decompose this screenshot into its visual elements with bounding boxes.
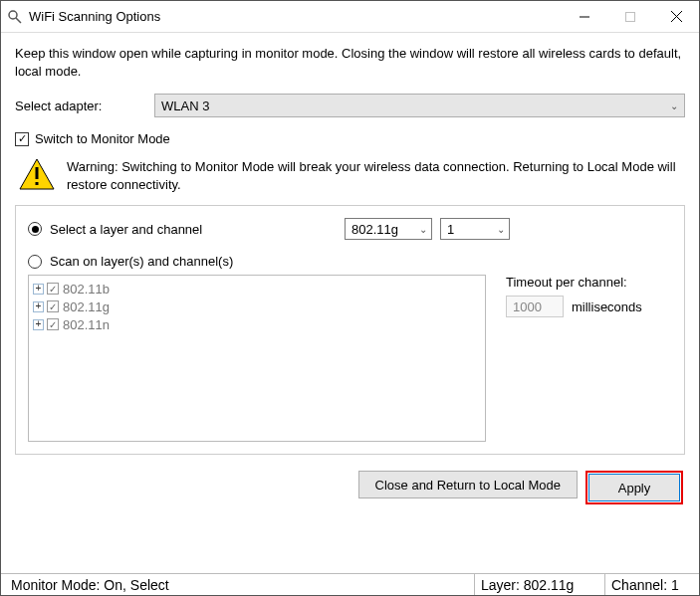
scan-config-row: + ✓ 802.11b + ✓ 802.11g + ✓ 802.11n [28, 275, 672, 442]
maximize-button [607, 1, 653, 33]
timeout-label: Timeout per channel: [506, 275, 642, 290]
radio-scan-label: Scan on layer(s) and channel(s) [50, 254, 233, 269]
radio-select-layer[interactable] [28, 222, 42, 236]
tree-checkbox[interactable]: ✓ [47, 300, 59, 312]
expand-icon[interactable]: + [33, 319, 44, 330]
monitor-mode-label: Switch to Monitor Mode [35, 131, 170, 146]
adapter-row: Select adapter: WLAN 3 ⌄ [15, 94, 685, 117]
timeout-block: Timeout per channel: 1000 milliseconds [506, 275, 642, 317]
titlebar: WiFi Scanning Options [1, 1, 699, 33]
layer-value: 802.11g [351, 222, 398, 237]
svg-rect-3 [626, 12, 635, 21]
timeout-unit: milliseconds [572, 299, 642, 314]
radio-select-label: Select a layer and channel [50, 222, 345, 237]
warning-text: Warning: Switching to Monitor Mode will … [67, 158, 685, 193]
wifi-scanning-window: WiFi Scanning Options Keep this window o… [0, 0, 700, 596]
status-channel: Channel: 1 [605, 574, 695, 595]
radio-select-row: Select a layer and channel 802.11g ⌄ 1 ⌄ [28, 218, 672, 240]
chevron-down-icon: ⌄ [419, 224, 427, 235]
options-panel: Select a layer and channel 802.11g ⌄ 1 ⌄… [15, 205, 685, 455]
channel-value: 1 [447, 222, 454, 237]
tree-item-label: 802.11n [63, 317, 110, 332]
chevron-down-icon: ⌄ [670, 100, 678, 111]
tree-item[interactable]: + ✓ 802.11n [33, 315, 481, 333]
svg-point-0 [9, 11, 17, 19]
adapter-label: Select adapter: [15, 99, 154, 113]
adapter-value: WLAN 3 [161, 99, 209, 113]
status-mode: Monitor Mode: On, Select [5, 574, 175, 595]
expand-icon[interactable]: + [33, 284, 44, 295]
radio-scan-layers[interactable] [28, 255, 42, 269]
svg-line-1 [16, 18, 21, 23]
chevron-down-icon: ⌄ [497, 224, 505, 235]
help-text: Keep this window open while capturing in… [15, 45, 685, 80]
tree-item-label: 802.11b [63, 282, 110, 297]
channel-select[interactable]: 1 ⌄ [440, 218, 510, 240]
warning-row: Warning: Switching to Monitor Mode will … [19, 158, 685, 193]
window-title: WiFi Scanning Options [29, 9, 160, 24]
monitor-mode-checkbox[interactable]: ✓ [15, 132, 29, 146]
svg-rect-8 [36, 182, 39, 185]
timeout-input: 1000 [506, 296, 564, 317]
tree-checkbox[interactable]: ✓ [47, 283, 59, 295]
content-area: Keep this window open while capturing in… [1, 33, 699, 573]
apply-button[interactable]: Apply [588, 474, 680, 501]
status-layer: Layer: 802.11g [475, 574, 604, 595]
tree-checkbox[interactable]: ✓ [47, 318, 59, 330]
button-row: Close and Return to Local Mode Apply [15, 471, 685, 504]
tree-item-label: 802.11g [63, 299, 110, 314]
layer-tree[interactable]: + ✓ 802.11b + ✓ 802.11g + ✓ 802.11n [28, 275, 486, 442]
tree-item[interactable]: + ✓ 802.11b [33, 280, 481, 298]
radio-scan-row: Scan on layer(s) and channel(s) [28, 254, 672, 269]
tree-item[interactable]: + ✓ 802.11g [33, 298, 481, 315]
close-return-button[interactable]: Close and Return to Local Mode [358, 471, 578, 498]
monitor-mode-checkbox-row: ✓ Switch to Monitor Mode [15, 131, 685, 146]
warning-icon [19, 158, 55, 190]
svg-rect-7 [36, 167, 39, 179]
adapter-select[interactable]: WLAN 3 ⌄ [154, 94, 685, 117]
layer-select[interactable]: 802.11g ⌄ [345, 218, 432, 240]
close-window-button[interactable] [653, 1, 699, 33]
apply-label: Apply [618, 481, 651, 496]
app-icon [7, 9, 23, 25]
expand-icon[interactable]: + [33, 301, 44, 312]
minimize-button[interactable] [562, 1, 607, 33]
apply-highlight: Apply [585, 471, 683, 504]
statusbar: Monitor Mode: On, Select Layer: 802.11g … [1, 573, 699, 595]
close-return-label: Close and Return to Local Mode [375, 478, 561, 493]
timeout-value: 1000 [513, 299, 542, 314]
